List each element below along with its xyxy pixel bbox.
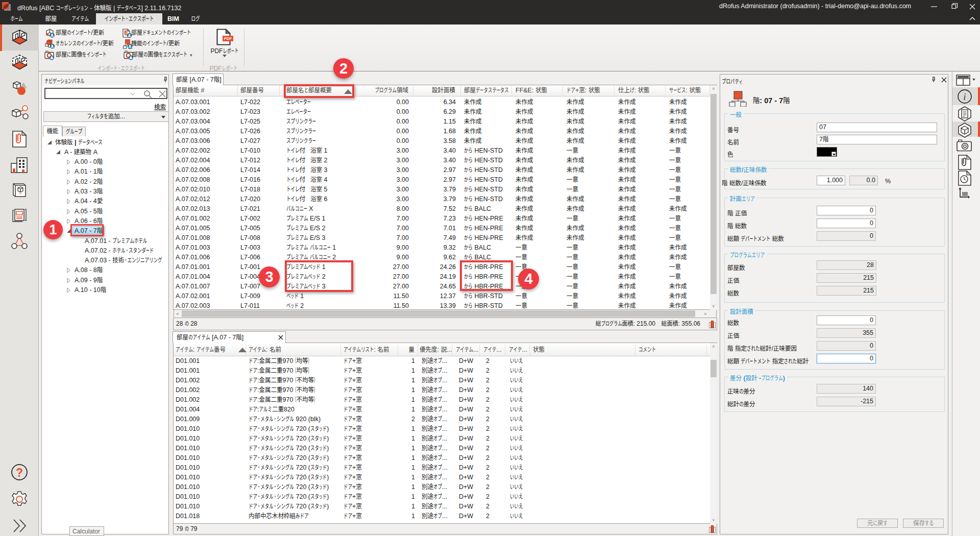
svg-text:i: i (963, 91, 966, 102)
